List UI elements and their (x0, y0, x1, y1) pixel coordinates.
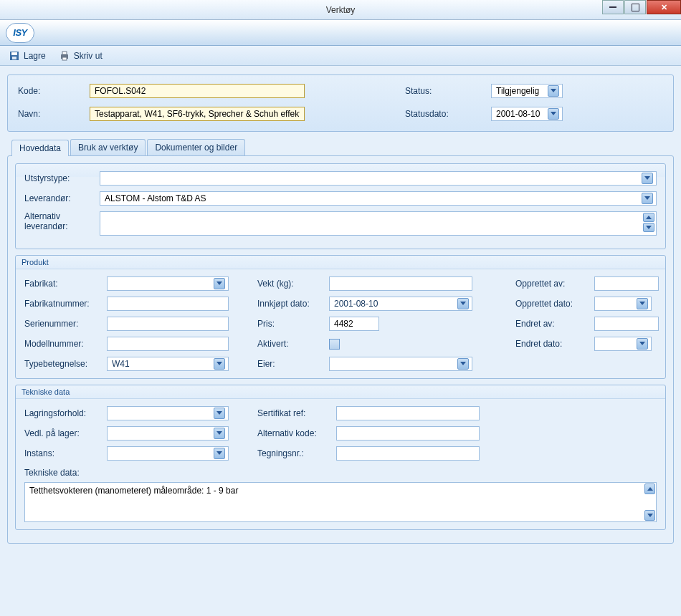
svg-rect-1 (11, 52, 17, 55)
fabrikatnr-field[interactable] (107, 297, 229, 311)
teknisketata-value: Tetthetsvokteren (manometeret) måleområd… (29, 486, 238, 496)
app-window: Verktøy ISY Lagre Skriv ut Kode: (0, 0, 681, 616)
chevron-down-icon (214, 358, 225, 370)
vedl-label: Vedl. på lager: (24, 428, 107, 438)
navn-label: Navn: (18, 109, 82, 119)
typebetegnelse-dropdown[interactable]: W41 (107, 357, 229, 371)
altleverandor-label: Alternativ leverandør: (24, 211, 100, 231)
utstyrstype-dropdown[interactable] (100, 171, 657, 186)
pris-field[interactable] (329, 317, 379, 331)
tab-hoveddata[interactable]: Hoveddata (11, 140, 69, 156)
spinner-down-icon[interactable] (643, 223, 654, 232)
app-logo: ISY (6, 23, 34, 43)
fabrikat-label: Fabrikat: (24, 279, 107, 289)
print-icon (59, 50, 70, 62)
leverandor-label: Leverandør: (24, 193, 100, 203)
vekt-field[interactable] (329, 276, 472, 291)
spinner-up-icon[interactable] (643, 213, 654, 222)
chevron-down-icon (457, 358, 469, 370)
chevron-down-icon (214, 428, 225, 439)
svg-rect-2 (12, 57, 16, 59)
tab-bruk[interactable]: Bruk av verktøy (70, 139, 146, 155)
sertref-field[interactable] (336, 406, 480, 420)
chevron-down-icon (642, 193, 653, 204)
save-button[interactable]: Lagre (9, 50, 46, 62)
chevron-down-icon (637, 338, 648, 350)
save-icon (9, 50, 20, 62)
instans-label: Instans: (24, 448, 107, 458)
section-generelt: Utstyrstype: Leverandør: ALSTOM - Alstom… (15, 163, 666, 249)
endretav-field[interactable] (594, 317, 659, 331)
tekniske-title: Tekniske data (16, 385, 665, 399)
status-value: Tilgjengelig (496, 86, 539, 96)
toolbar: Lagre Skriv ut (0, 46, 681, 66)
chevron-down-icon (637, 298, 648, 309)
aktivert-label: Aktivert: (257, 339, 329, 349)
modellnr-field[interactable] (107, 337, 229, 351)
scroll-up-icon[interactable] (644, 483, 655, 494)
tab-dokumenter[interactable]: Dokumenter og bilder (147, 139, 245, 155)
print-button[interactable]: Skriv ut (59, 50, 103, 62)
tegn-field[interactable] (336, 446, 480, 461)
produkt-title: Produkt (16, 256, 665, 269)
minimize-button[interactable] (602, 0, 624, 14)
typebetegnelse-label: Typebetegnelse: (24, 359, 107, 369)
opprettetav-label: Opprettet av: (515, 279, 594, 289)
instans-dropdown[interactable] (107, 446, 229, 461)
header-panel: Kode: Status: Tilgjengelig Navn: Statusd… (7, 74, 674, 132)
chevron-down-icon (214, 448, 225, 459)
vekt-label: Vekt (kg): (257, 279, 329, 289)
save-label: Lagre (24, 51, 46, 61)
kode-field[interactable] (90, 84, 305, 98)
maximize-button[interactable] (624, 0, 646, 14)
chevron-down-icon (457, 298, 469, 309)
svg-rect-5 (62, 57, 67, 60)
navn-field[interactable] (90, 107, 305, 121)
statusdato-field[interactable]: 2001-08-10 (491, 107, 563, 121)
content-area: Kode: Status: Tilgjengelig Navn: Statusd… (0, 66, 681, 616)
lagring-dropdown[interactable] (107, 406, 229, 420)
altkode-field[interactable] (336, 426, 480, 441)
logo-strip: ISY (0, 20, 681, 46)
window-controls (601, 0, 681, 14)
sertref-label: Sertifikat ref: (257, 408, 336, 418)
chevron-down-icon (214, 278, 225, 289)
endretdato-field[interactable] (594, 337, 652, 351)
pris-label: Pris: (257, 319, 329, 329)
status-dropdown[interactable]: Tilgjengelig (491, 84, 563, 98)
altkode-label: Alternativ kode: (257, 428, 336, 438)
utstyrstype-label: Utstyrstype: (24, 173, 100, 183)
close-button[interactable] (647, 0, 681, 14)
teknisketata-label: Tekniske data: (24, 468, 657, 478)
print-label: Skriv ut (74, 51, 103, 61)
opprettetav-field[interactable] (594, 276, 659, 291)
leverandor-dropdown[interactable]: ALSTOM - Alstom T&D AS (100, 191, 657, 206)
altleverandor-field[interactable] (100, 211, 657, 236)
fabrikat-dropdown[interactable] (107, 276, 229, 291)
chevron-down-icon (548, 85, 559, 97)
aktivert-checkbox[interactable] (329, 339, 340, 350)
scroll-down-icon[interactable] (644, 510, 655, 521)
titlebar: Verktøy (0, 0, 681, 20)
statusdato-value: 2001-08-10 (496, 109, 540, 119)
svg-rect-4 (62, 52, 67, 54)
serienr-label: Serienummer: (24, 319, 107, 329)
vedl-dropdown[interactable] (107, 426, 229, 441)
window-title: Verktøy (326, 5, 356, 15)
teknisketata-textarea[interactable]: Tetthetsvokteren (manometeret) måleområd… (24, 482, 657, 522)
tab-content: Utstyrstype: Leverandør: ALSTOM - Alstom… (7, 155, 674, 544)
serienr-field[interactable] (107, 317, 229, 331)
opprettetdato-field[interactable] (594, 297, 652, 311)
innkjopt-field[interactable]: 2001-08-10 (329, 297, 472, 311)
endretdato-label: Endret dato: (515, 339, 594, 349)
status-label: Status: (405, 86, 484, 96)
eier-dropdown[interactable] (329, 357, 472, 371)
statusdato-label: Statusdato: (405, 109, 484, 119)
chevron-down-icon (642, 173, 653, 184)
eier-label: Eier: (257, 359, 329, 369)
kode-label: Kode: (18, 86, 82, 96)
opprettetdato-label: Opprettet dato: (515, 299, 594, 309)
chevron-down-icon (214, 408, 225, 419)
endretav-label: Endret av: (515, 319, 594, 329)
tegn-label: Tegningsnr.: (257, 448, 336, 458)
